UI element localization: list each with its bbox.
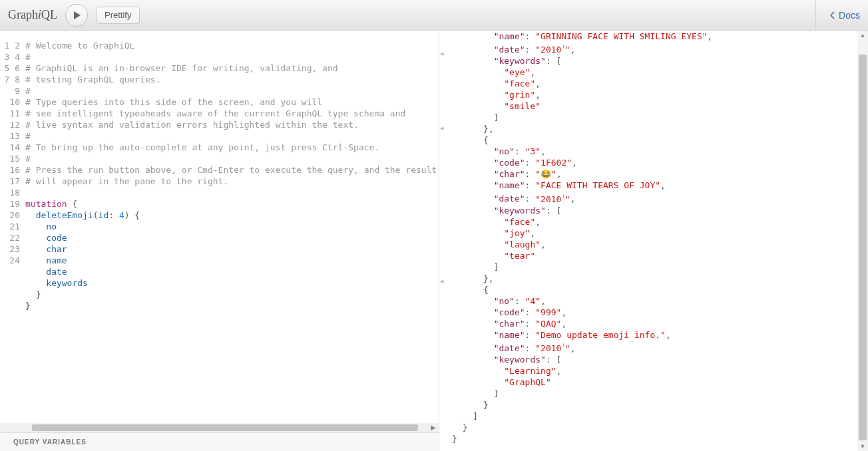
query-variables-header[interactable]: Query Variables xyxy=(0,432,439,451)
result-json: "name": "GRINNING FACE WITH SMILING EYES… xyxy=(452,31,868,444)
app-logo: GraphiQL xyxy=(8,8,57,22)
run-button[interactable] xyxy=(65,4,88,27)
splitter-handle-icon: ◂ xyxy=(439,49,444,76)
svg-marker-0 xyxy=(74,11,81,19)
docs-label: Docs xyxy=(839,10,860,21)
prettify-button[interactable]: Prettify xyxy=(96,7,140,24)
result-vscrollbar[interactable]: ▲ ▼ xyxy=(857,31,868,451)
docs-toggle[interactable]: Docs xyxy=(815,0,860,30)
hscroll-thumb[interactable] xyxy=(32,424,418,431)
column-splitter[interactable]: ◂ ◂ ◂ xyxy=(439,31,445,451)
hscroll-right-icon[interactable]: ▶ xyxy=(431,424,437,431)
vscroll-up-icon[interactable]: ▲ xyxy=(859,32,866,39)
line-gutter: 1 2 3 4 5 6 7 8 9 10 11 12 13 14 15 16 1… xyxy=(0,40,25,423)
editor-hscrollbar[interactable]: ▶ xyxy=(0,423,439,432)
query-code[interactable]: # Welcome to GraphiQL # # GraphiQL is an… xyxy=(25,40,439,423)
query-editor[interactable]: 1 2 3 4 5 6 7 8 9 10 11 12 13 14 15 16 1… xyxy=(0,31,439,423)
vscroll-thumb[interactable] xyxy=(859,55,867,440)
main: 1 2 3 4 5 6 7 8 9 10 11 12 13 14 15 16 1… xyxy=(0,31,868,451)
splitter-handle-icon: ◂ xyxy=(439,124,444,150)
splitter-handle-icon: ◂ xyxy=(439,277,444,303)
query-editor-column: 1 2 3 4 5 6 7 8 9 10 11 12 13 14 15 16 1… xyxy=(0,31,439,451)
play-icon xyxy=(72,11,81,20)
topbar: GraphiQL Prettify Docs xyxy=(0,0,868,31)
chevron-left-icon xyxy=(829,11,836,19)
result-column: "name": "GRINNING FACE WITH SMILING EYES… xyxy=(445,31,868,451)
vscroll-down-icon[interactable]: ▼ xyxy=(859,443,866,450)
result-scroll[interactable]: "name": "GRINNING FACE WITH SMILING EYES… xyxy=(445,31,868,451)
